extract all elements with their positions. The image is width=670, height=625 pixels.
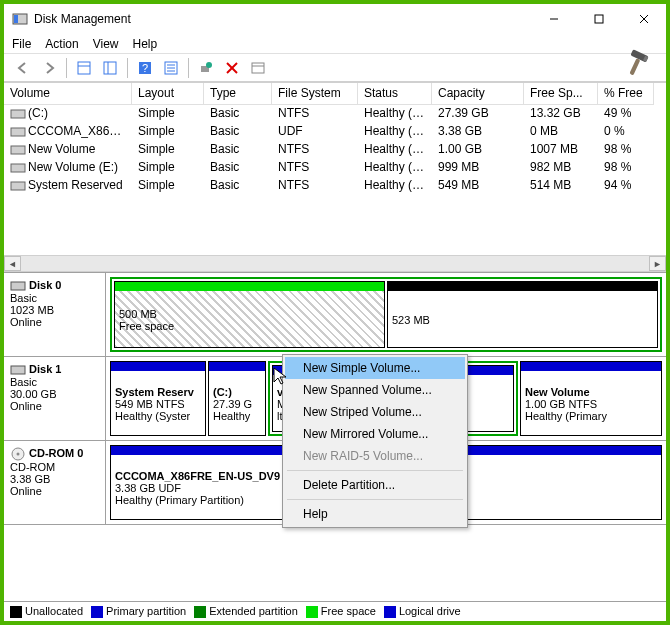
- scroll-left-arrow[interactable]: ◄: [4, 256, 21, 271]
- disk-0-info[interactable]: Disk 0 Basic 1023 MB Online: [4, 273, 106, 356]
- col-capacity[interactable]: Capacity: [432, 83, 524, 105]
- col-filesystem[interactable]: File System: [272, 83, 358, 105]
- cell-layout: Simple: [132, 177, 204, 195]
- svg-rect-1: [14, 15, 18, 23]
- delete-button[interactable]: [221, 57, 243, 79]
- table-row[interactable]: CCCOMA_X86FRE...SimpleBasicUDFHealthy (P…: [4, 123, 666, 141]
- scroll-right-arrow[interactable]: ►: [649, 256, 666, 271]
- cell-status: Healthy (B...: [358, 105, 432, 123]
- disk-1-info[interactable]: Disk 1 Basic 30.00 GB Online: [4, 357, 106, 440]
- menu-action[interactable]: Action: [45, 37, 78, 51]
- grid-header: Volume Layout Type File System Status Ca…: [4, 83, 666, 105]
- cell-layout: Simple: [132, 105, 204, 123]
- cursor-icon: [272, 366, 292, 386]
- cell-pct: 0 %: [598, 123, 654, 141]
- svg-rect-31: [11, 366, 25, 374]
- disk-0-volume[interactable]: 523 MB: [387, 281, 658, 348]
- cell-type: Basic: [204, 141, 272, 159]
- table-row[interactable]: New VolumeSimpleBasicNTFSHealthy (P...1.…: [4, 141, 666, 159]
- context-menu: New Simple Volume... New Spanned Volume.…: [282, 354, 468, 528]
- col-status[interactable]: Status: [358, 83, 432, 105]
- menu-new-striped-volume[interactable]: New Striped Volume...: [285, 401, 465, 423]
- scroll-track[interactable]: [21, 256, 649, 271]
- forward-button[interactable]: [38, 57, 60, 79]
- table-row[interactable]: (C:)SimpleBasicNTFSHealthy (B...27.39 GB…: [4, 105, 666, 123]
- titlebar: Disk Management: [4, 4, 666, 34]
- disk-0-extended: 500 MB Free space 523 MB: [110, 277, 662, 352]
- col-type[interactable]: Type: [204, 83, 272, 105]
- svg-rect-30: [11, 282, 25, 290]
- disk-1-c-drive[interactable]: (C:) 27.39 G Healthy: [208, 361, 266, 436]
- menu-separator: [287, 499, 463, 500]
- hammer-icon: [622, 48, 656, 82]
- table-row[interactable]: New Volume (E:)SimpleBasicNTFSHealthy (L…: [4, 159, 666, 177]
- disk-1-new-volume[interactable]: New Volume 1.00 GB NTFS Healthy (Primary: [520, 361, 662, 436]
- disk-0-row: Disk 0 Basic 1023 MB Online 500 MB Free …: [4, 273, 666, 357]
- cell-fs: UDF: [272, 123, 358, 141]
- cell-pct: 98 %: [598, 141, 654, 159]
- view-button-2[interactable]: [99, 57, 121, 79]
- svg-point-20: [206, 62, 212, 68]
- cell-fs: NTFS: [272, 105, 358, 123]
- svg-rect-11: [104, 62, 116, 74]
- horizontal-scrollbar[interactable]: ◄ ►: [4, 255, 666, 272]
- cell-capacity: 27.39 GB: [432, 105, 524, 123]
- cell-layout: Simple: [132, 123, 204, 141]
- menu-separator: [287, 470, 463, 471]
- cell-free: 13.32 GB: [524, 105, 598, 123]
- disk-1-system-reserved[interactable]: System Reserv 549 MB NTFS Healthy (Syste…: [110, 361, 206, 436]
- maximize-button[interactable]: [576, 4, 621, 34]
- menu-view[interactable]: View: [93, 37, 119, 51]
- table-row[interactable]: System ReservedSimpleBasicNTFSHealthy (S…: [4, 177, 666, 195]
- disk-0-freespace[interactable]: 500 MB Free space: [114, 281, 385, 348]
- menu-new-simple-volume[interactable]: New Simple Volume...: [285, 357, 465, 379]
- cdrom-info[interactable]: CD-ROM 0 CD-ROM 3.38 GB Online: [4, 441, 106, 524]
- menu-help[interactable]: Help: [133, 37, 158, 51]
- actions-button[interactable]: [195, 57, 217, 79]
- menu-delete-partition[interactable]: Delete Partition...: [285, 474, 465, 496]
- menu-help[interactable]: Help: [285, 503, 465, 525]
- svg-rect-26: [11, 128, 25, 136]
- menu-file[interactable]: File: [12, 37, 31, 51]
- cell-type: Basic: [204, 177, 272, 195]
- col-freespace[interactable]: Free Sp...: [524, 83, 598, 105]
- cell-free: 1007 MB: [524, 141, 598, 159]
- cell-layout: Simple: [132, 141, 204, 159]
- toolbar: ?: [4, 54, 666, 82]
- col-percentfree[interactable]: % Free: [598, 83, 654, 105]
- help-button[interactable]: ?: [134, 57, 156, 79]
- menubar: File Action View Help: [4, 34, 666, 54]
- legend: Unallocated Primary partition Extended p…: [4, 601, 666, 621]
- close-button[interactable]: [621, 4, 666, 34]
- legend-primary-swatch: [91, 606, 103, 618]
- cell-capacity: 1.00 GB: [432, 141, 524, 159]
- volume-grid: Volume Layout Type File System Status Ca…: [4, 82, 666, 195]
- cell-name: New Volume: [4, 141, 132, 159]
- menu-new-mirrored-volume[interactable]: New Mirrored Volume...: [285, 423, 465, 445]
- cell-status: Healthy (P...: [358, 123, 432, 141]
- cell-layout: Simple: [132, 159, 204, 177]
- cell-status: Healthy (L...: [358, 159, 432, 177]
- col-volume[interactable]: Volume: [4, 83, 132, 105]
- app-icon: [12, 11, 28, 27]
- cell-status: Healthy (S...: [358, 177, 432, 195]
- minimize-button[interactable]: [531, 4, 576, 34]
- cell-pct: 94 %: [598, 177, 654, 195]
- svg-rect-25: [11, 110, 25, 118]
- list-button[interactable]: [160, 57, 182, 79]
- svg-point-33: [17, 453, 20, 456]
- cell-type: Basic: [204, 123, 272, 141]
- properties-button[interactable]: [247, 57, 269, 79]
- back-button[interactable]: [12, 57, 34, 79]
- menu-new-spanned-volume[interactable]: New Spanned Volume...: [285, 379, 465, 401]
- cell-pct: 49 %: [598, 105, 654, 123]
- svg-rect-8: [629, 58, 640, 75]
- col-layout[interactable]: Layout: [132, 83, 204, 105]
- legend-unallocated-swatch: [10, 606, 22, 618]
- cell-fs: NTFS: [272, 177, 358, 195]
- view-button-1[interactable]: [73, 57, 95, 79]
- cell-name: CCCOMA_X86FRE...: [4, 123, 132, 141]
- legend-extended-swatch: [194, 606, 206, 618]
- svg-rect-3: [595, 15, 603, 23]
- cell-free: 982 MB: [524, 159, 598, 177]
